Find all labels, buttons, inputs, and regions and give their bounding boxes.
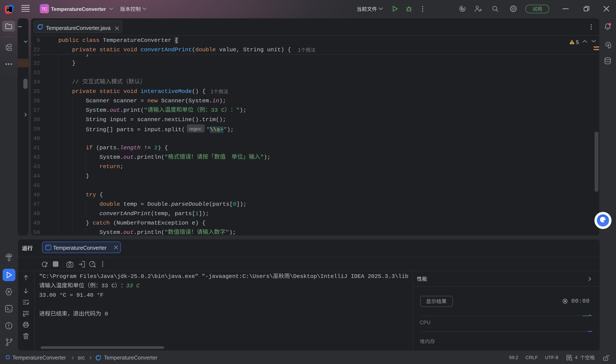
svg-text:TC: TC [41, 7, 47, 11]
svg-text:IJ: IJ [7, 7, 9, 9]
